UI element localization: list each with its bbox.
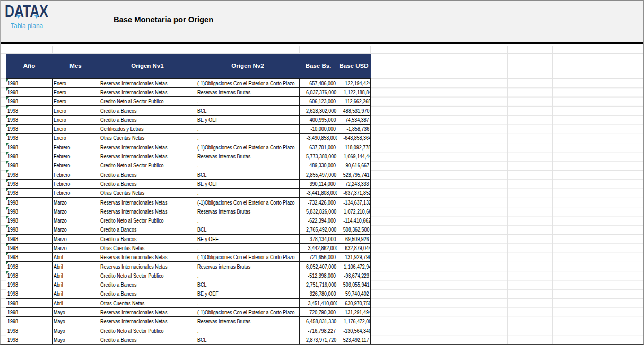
cell-mes[interactable]: Abril	[53, 280, 99, 289]
cell-origen-nv1[interactable]: Reservas Internacionales Netas	[99, 87, 196, 96]
cell-origen-nv2[interactable]: BCL	[196, 280, 300, 289]
cell-base-usd[interactable]: -131,291,494	[337, 307, 371, 316]
cell-ano[interactable]: 1998	[6, 234, 53, 243]
cell-base-usd[interactable]: 1,176,472,009	[337, 317, 371, 326]
cell-ano[interactable]: 1998	[6, 298, 53, 307]
cell-origen-nv2[interactable]: Reservas internas Brutas	[196, 207, 300, 216]
cell-ano[interactable]: 1998	[6, 115, 53, 124]
cell-base-usd[interactable]: 69,509,926	[337, 234, 371, 243]
cell-origen-nv1[interactable]: Reservas Internacionales Netas	[99, 78, 196, 87]
cell-base-bs[interactable]: 2,873,971,720	[300, 335, 337, 344]
cell-origen-nv1[interactable]: Reservas Internacionales Netas	[99, 253, 196, 262]
cell-base-bs[interactable]: -721,656,000	[300, 253, 337, 262]
cell-origen-nv1[interactable]: Credito a Bancos	[99, 225, 196, 234]
cell-origen-nv2[interactable]: BE y OEF	[196, 289, 300, 298]
cell-base-usd[interactable]: 72,243,333	[337, 179, 371, 188]
cell-base-usd[interactable]: -118,092,778	[337, 143, 371, 152]
cell-ano[interactable]: 1998	[6, 262, 53, 271]
cell-base-bs[interactable]: 6,458,831,330	[300, 317, 337, 326]
cell-origen-nv1[interactable]: Credito a Bancos	[99, 115, 196, 124]
cell-mes[interactable]: Mayo	[53, 335, 99, 344]
cell-origen-nv1[interactable]: Otras Cuentas Netas	[99, 298, 196, 307]
cell-base-usd[interactable]: 1,122,188,848	[337, 87, 371, 96]
cell-mes[interactable]: Mayo	[53, 307, 99, 316]
cell-base-usd[interactable]: -134,637,132	[337, 198, 371, 207]
cell-ano[interactable]: 1998	[6, 97, 53, 106]
column-header-base-bs[interactable]: Base Bs.	[300, 54, 337, 78]
cell-base-bs[interactable]: -3,451,410,000	[300, 298, 337, 307]
cell-base-bs[interactable]: -657,406,000	[300, 78, 337, 87]
cell-base-usd[interactable]: -630,970,750	[337, 298, 371, 307]
cell-base-usd[interactable]: 508,362,500	[337, 225, 371, 234]
column-header-origen-nv2[interactable]: Origen Nv2	[196, 54, 300, 78]
cell-base-usd[interactable]: 59,740,402	[337, 289, 371, 298]
cell-base-bs[interactable]: -606,123,000	[300, 97, 337, 106]
cell-ano[interactable]: 1998	[6, 280, 53, 289]
cell-ano[interactable]: 1998	[6, 179, 53, 188]
cell-mes[interactable]: Abril	[53, 262, 99, 271]
cell-origen-nv2[interactable]: .	[196, 271, 300, 280]
cell-mes[interactable]: Enero	[53, 106, 99, 115]
cell-origen-nv1[interactable]: Credito Neto al Sector Publico	[99, 97, 196, 106]
cell-origen-nv1[interactable]: Credito Neto al Sector Publico	[99, 271, 196, 280]
cell-ano[interactable]: 1998	[6, 78, 53, 87]
cell-origen-nv1[interactable]: Credito a Bancos	[99, 170, 196, 179]
cell-origen-nv2[interactable]: BCL	[196, 225, 300, 234]
cell-base-usd[interactable]: -93,674,223	[337, 271, 371, 280]
cell-ano[interactable]: 1998	[6, 216, 53, 225]
cell-base-bs[interactable]: -489,330,000	[300, 161, 337, 170]
cell-origen-nv2[interactable]: BCL	[196, 170, 300, 179]
cell-origen-nv1[interactable]: Otras Cuentas Netas	[99, 134, 196, 143]
cell-ano[interactable]: 1998	[6, 253, 53, 262]
cell-ano[interactable]: 1998	[6, 189, 53, 198]
cell-origen-nv2[interactable]: .	[196, 134, 300, 143]
cell-mes[interactable]: Abril	[53, 253, 99, 262]
cell-base-bs[interactable]: 2,855,497,000	[300, 170, 337, 179]
cell-mes[interactable]: Enero	[53, 115, 99, 124]
cell-mes[interactable]: Marzo	[53, 207, 99, 216]
cell-ano[interactable]: 1998	[6, 317, 53, 326]
cell-base-usd[interactable]: -648,858,364	[337, 134, 371, 143]
cell-origen-nv1[interactable]: Reservas Internacionales Netas	[99, 152, 196, 161]
cell-mes[interactable]: Enero	[53, 97, 99, 106]
cell-base-bs[interactable]: -3,442,862,000	[300, 243, 337, 252]
cell-origen-nv1[interactable]: Reservas Internacionales Netas	[99, 207, 196, 216]
cell-base-bs[interactable]: 390,114,000	[300, 179, 337, 188]
cell-base-bs[interactable]: -720,790,300	[300, 307, 337, 316]
cell-mes[interactable]: Abril	[53, 289, 99, 298]
cell-base-usd[interactable]: 503,055,941	[337, 280, 371, 289]
cell-origen-nv1[interactable]: Credito a Bancos	[99, 179, 196, 188]
cell-origen-nv2[interactable]: .	[196, 243, 300, 252]
cell-origen-nv1[interactable]: Credito a Bancos	[99, 234, 196, 243]
cell-base-usd[interactable]: 1,069,144,444	[337, 152, 371, 161]
cell-origen-nv1[interactable]: Otras Cuentas Netas	[99, 189, 196, 198]
cell-origen-nv1[interactable]: Credito a Bancos	[99, 106, 196, 115]
cell-base-usd[interactable]: 1,072,210,662	[337, 207, 371, 216]
cell-ano[interactable]: 1998	[6, 326, 53, 335]
cell-base-usd[interactable]: 523,492,117	[337, 335, 371, 344]
cell-base-bs[interactable]: 2,751,716,000	[300, 280, 337, 289]
cell-origen-nv1[interactable]: Reservas Internacionales Netas	[99, 307, 196, 316]
cell-ano[interactable]: 1998	[6, 152, 53, 161]
cell-ano[interactable]: 1998	[6, 207, 53, 216]
cell-base-usd[interactable]: -1,858,736	[337, 124, 371, 133]
column-header-origen-nv1[interactable]: Origen Nv1	[99, 54, 196, 78]
cell-base-bs[interactable]: 6,052,407,000	[300, 262, 337, 271]
cell-origen-nv1[interactable]: Reservas Internacionales Netas	[99, 262, 196, 271]
cell-ano[interactable]: 1998	[6, 143, 53, 152]
cell-origen-nv1[interactable]: Credito Neto al Sector Publico	[99, 216, 196, 225]
cell-ano[interactable]: 1998	[6, 335, 53, 344]
cell-base-usd[interactable]: -122,194,424	[337, 78, 371, 87]
cell-origen-nv1[interactable]: Reservas Internacionales Netas	[99, 317, 196, 326]
cell-mes[interactable]: Marzo	[53, 225, 99, 234]
cell-mes[interactable]: Marzo	[53, 216, 99, 225]
cell-mes[interactable]: Marzo	[53, 198, 99, 207]
cell-origen-nv1[interactable]: Credito Neto al Sector Publico	[99, 161, 196, 170]
cell-origen-nv1[interactable]: Credito Neto al Sector Publico	[99, 326, 196, 335]
cell-mes[interactable]: Febrero	[53, 143, 99, 152]
cell-origen-nv2[interactable]: BE y OEF	[196, 179, 300, 188]
cell-base-usd[interactable]: 1,106,472,943	[337, 262, 371, 271]
cell-base-bs[interactable]: 2,765,492,000	[300, 225, 337, 234]
cell-mes[interactable]: Enero	[53, 124, 99, 133]
cell-base-usd[interactable]: 74,534,387	[337, 115, 371, 124]
